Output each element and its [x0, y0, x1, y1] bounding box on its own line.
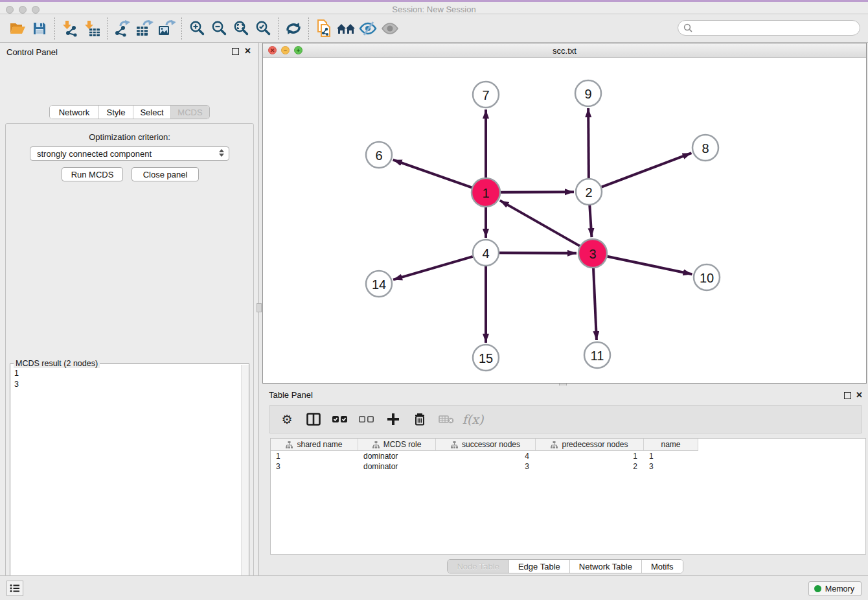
clone-network-icon[interactable] — [313, 18, 335, 39]
export-table-icon[interactable] — [133, 18, 155, 39]
graph-edge-1-2[interactable] — [501, 192, 574, 192]
toolbar-separator — [107, 17, 108, 40]
zoom-out-icon[interactable] — [208, 18, 230, 39]
table-toolbar: ⚙ f(x) — [269, 405, 862, 433]
mcds-result-scrollbar[interactable] — [241, 365, 249, 600]
column-label: successor nodes — [462, 440, 520, 449]
tab-style[interactable]: Style — [99, 106, 133, 119]
graph-node-label-8: 8 — [702, 141, 709, 156]
column-label: shared name — [297, 440, 342, 449]
toolbar-separator — [278, 17, 279, 40]
task-history-button[interactable] — [6, 581, 23, 596]
cell-name[interactable]: 3 — [644, 461, 698, 472]
graph-node-label-3: 3 — [589, 247, 596, 261]
import-network-icon[interactable] — [59, 18, 81, 39]
column-type-icon — [286, 441, 293, 448]
mcds-result-text[interactable]: 1 3 — [10, 365, 240, 600]
save-session-icon[interactable] — [29, 18, 51, 39]
optimization-criterion-select[interactable]: strongly connected component — [30, 146, 229, 161]
mcds-result-box: MCDS result (2 nodes) 1 3 — [10, 363, 249, 600]
cell-predecessor-nodes[interactable]: 1 — [536, 451, 644, 461]
column-header-name[interactable]: name — [644, 439, 698, 451]
tab-node-table[interactable]: Node Table — [448, 560, 509, 573]
zoom-in-icon[interactable] — [186, 18, 208, 39]
toolbar-separator — [54, 17, 55, 40]
graph-node-label-4: 4 — [482, 246, 489, 260]
close-panel-button[interactable]: Close panel — [131, 167, 199, 181]
run-mcds-button[interactable]: Run MCDS — [62, 167, 123, 181]
column-header-shared-name[interactable]: shared name — [271, 439, 358, 451]
table-row[interactable]: 1 dominator 4 1 1 — [271, 451, 865, 461]
cell-mcds-role[interactable]: dominator — [358, 461, 436, 472]
cell-shared-name[interactable]: 3 — [271, 461, 358, 472]
column-type-icon — [372, 441, 380, 448]
graph-edge-3-1[interactable] — [500, 200, 580, 246]
import-table-icon[interactable] — [81, 18, 103, 39]
column-label: name — [661, 440, 680, 449]
tab-edge-table[interactable]: Edge Table — [509, 560, 570, 573]
column-header-predecessor-nodes[interactable]: predecessor nodes — [536, 439, 644, 451]
function-builder-icon: f(x) — [464, 411, 481, 428]
optimization-criterion-label: Optimization criterion: — [6, 132, 253, 142]
network-canvas[interactable]: 7968124314101511 — [263, 58, 866, 383]
graph-edge-3-10[interactable] — [608, 257, 692, 275]
control-panel-title: Control Panel — [6, 47, 58, 57]
network-graph[interactable]: 7968124314101511 — [263, 58, 866, 383]
cell-shared-name[interactable]: 1 — [271, 451, 358, 461]
network-window-titlebar[interactable]: ✕ − + scc.txt — [263, 43, 866, 58]
export-network-icon[interactable] — [111, 18, 133, 39]
search-input[interactable] — [696, 23, 860, 33]
float-table-panel-icon[interactable] — [844, 392, 851, 399]
hide-eye-icon[interactable] — [357, 18, 379, 39]
show-eye-icon — [379, 18, 401, 39]
graph-edge-2-9[interactable] — [588, 108, 589, 178]
houses-icon[interactable] — [335, 18, 357, 39]
column-type-icon — [551, 441, 558, 448]
zoom-fit-icon[interactable] — [230, 18, 252, 39]
select-all-icon[interactable] — [332, 411, 348, 428]
apply-layout-icon[interactable] — [282, 18, 304, 39]
graph-edge-2-3[interactable] — [589, 205, 591, 237]
close-table-panel-icon[interactable]: ✕ — [856, 391, 863, 400]
status-bar: Memory — [0, 575, 868, 600]
cell-successor-nodes[interactable]: 4 — [436, 451, 536, 461]
tab-mcds[interactable]: MCDS — [171, 106, 209, 119]
settings-icon[interactable]: ⚙ — [279, 411, 295, 428]
cell-successor-nodes[interactable]: 3 — [436, 461, 536, 472]
toolbar-separator — [308, 17, 309, 40]
toolbar-separator — [181, 17, 182, 40]
split-table-icon[interactable] — [305, 411, 322, 428]
table-panel: Table Panel ✕ ⚙ f(x) shared name — [262, 386, 868, 575]
graph-node-label-7: 7 — [482, 88, 489, 102]
graph-edge-4-14[interactable] — [393, 257, 473, 280]
open-session-icon[interactable] — [6, 18, 29, 39]
graph-edge-2-8[interactable] — [602, 153, 692, 187]
graph-edge-1-6[interactable] — [393, 160, 472, 188]
float-panel-icon[interactable] — [232, 48, 239, 55]
cell-predecessor-nodes[interactable]: 2 — [536, 461, 644, 472]
column-header-successor-nodes[interactable]: successor nodes — [436, 439, 536, 451]
node-table: shared name MCDS role successor nodes pr… — [270, 438, 866, 555]
table-panel-header: Table Panel ✕ — [262, 386, 868, 404]
cell-mcds-role[interactable]: dominator — [358, 451, 436, 461]
table-row[interactable]: 3 dominator 3 2 3 — [271, 461, 865, 472]
graph-edge-4-3[interactable] — [499, 253, 577, 253]
close-panel-icon[interactable]: ✕ — [244, 47, 251, 56]
cell-name[interactable]: 1 — [644, 451, 698, 461]
graph-edge-3-11[interactable] — [593, 268, 597, 340]
tab-network[interactable]: Network — [50, 106, 99, 119]
export-image-icon[interactable] — [155, 18, 177, 39]
list-icon — [10, 584, 20, 593]
add-column-icon[interactable] — [385, 411, 402, 428]
tab-network-table[interactable]: Network Table — [570, 560, 642, 573]
memory-button[interactable]: Memory — [808, 581, 862, 596]
delete-columns-icon[interactable] — [411, 411, 428, 428]
search-field[interactable] — [678, 20, 860, 36]
vertical-splitter-grip[interactable] — [257, 303, 262, 312]
zoom-selected-icon[interactable] — [252, 18, 274, 39]
deselect-all-icon[interactable] — [358, 411, 375, 428]
tab-select[interactable]: Select — [133, 106, 171, 119]
column-header-mcds-role[interactable]: MCDS role — [358, 439, 436, 451]
tab-motifs[interactable]: Motifs — [642, 560, 683, 573]
graph-node-label-14: 14 — [372, 277, 386, 292]
